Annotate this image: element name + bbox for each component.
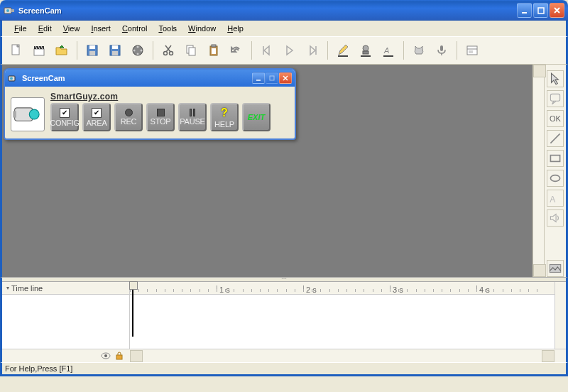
tool-undo[interactable]	[226, 40, 246, 60]
camcorder-icon	[11, 97, 45, 131]
svg-point-63	[104, 354, 107, 357]
screencam-float-window: ScreenCam SmartGuyz.com CONFIG AREA REC	[4, 68, 296, 140]
svg-rect-32	[212, 48, 216, 54]
tool-cat[interactable]	[409, 40, 429, 60]
svg-rect-64	[116, 355, 122, 359]
tool-open[interactable]	[52, 40, 72, 60]
float-title: ScreenCam	[22, 74, 252, 82]
canvas-area[interactable]: ScreenCam SmartGuyz.com CONFIG AREA REC	[2, 65, 532, 277]
float-app-icon	[8, 73, 18, 84]
svg-rect-43	[467, 46, 477, 55]
menu-window[interactable]: Window	[183, 23, 221, 34]
right-toolbox: OK A	[544, 65, 566, 277]
sound-tool[interactable]	[547, 209, 564, 227]
tool-paste[interactable]	[204, 40, 224, 60]
tool-play[interactable]	[280, 40, 300, 60]
tool-prev[interactable]	[257, 40, 277, 60]
tool-film-reel[interactable]	[128, 40, 148, 60]
timeline-hscrollbar[interactable]	[130, 349, 555, 362]
close-button[interactable]	[550, 3, 564, 18]
menu-view[interactable]: View	[58, 23, 85, 34]
tool-clapper[interactable]	[29, 40, 49, 60]
callout-tool[interactable]	[547, 90, 564, 107]
tool-text[interactable]: A	[378, 40, 398, 60]
window-title: ScreenCam	[18, 6, 517, 15]
svg-point-20	[137, 46, 139, 48]
maximize-button[interactable]	[533, 3, 548, 18]
canvas-vscrollbar[interactable]	[532, 65, 544, 277]
svg-rect-41	[440, 45, 443, 51]
svg-point-23	[133, 50, 136, 52]
menu-tools[interactable]: Tools	[153, 23, 182, 34]
help-button[interactable]: ?HELP	[210, 103, 239, 131]
svg-point-36	[363, 45, 368, 51]
svg-rect-18	[112, 51, 118, 55]
tool-save-1[interactable]	[82, 40, 102, 60]
rec-button[interactable]: REC	[114, 103, 143, 131]
line-tool[interactable]	[547, 130, 564, 147]
svg-line-27	[165, 45, 170, 52]
svg-rect-58	[550, 156, 559, 162]
rect-tool[interactable]	[547, 150, 564, 167]
svg-line-26	[166, 45, 171, 52]
brand-label: SmartGuyz.com	[50, 92, 289, 102]
float-maximize-button	[266, 72, 278, 84]
playhead[interactable]	[132, 282, 133, 337]
float-minimize-button[interactable]	[252, 72, 265, 84]
svg-rect-55	[13, 111, 16, 117]
menu-insert[interactable]: Insert	[86, 23, 116, 34]
timeline-ruler: 1 s 2 s 3 s 4 s	[130, 282, 555, 295]
tool-pencil[interactable]	[333, 40, 353, 60]
svg-rect-17	[112, 45, 118, 49]
svg-point-54	[29, 109, 39, 119]
svg-text:A: A	[383, 46, 389, 55]
ok-tool[interactable]: OK	[547, 110, 564, 127]
pause-button[interactable]: PAUSE	[178, 103, 207, 131]
stop-button[interactable]: STOP	[146, 103, 175, 131]
menu-control[interactable]: Control	[117, 23, 152, 34]
menu-help[interactable]: Help	[222, 23, 248, 34]
svg-line-57	[550, 134, 559, 143]
status-text: For Help,Press [F1]	[5, 364, 72, 373]
timeline-vscrollbar[interactable]	[555, 282, 566, 349]
timeline-track-area[interactable]: 1 s 2 s 3 s 4 s	[130, 282, 555, 349]
visibility-icon[interactable]	[101, 351, 111, 361]
window-titlebar: ScreenCam	[0, 0, 568, 21]
menubar: File Edit View Insert Control Tools Wind…	[0, 21, 568, 36]
timeline-panel: Time line 1 s 2 s 3 s 4 s	[0, 277, 568, 362]
ellipse-tool[interactable]	[547, 170, 564, 187]
menu-edit[interactable]: Edit	[33, 23, 57, 34]
svg-point-59	[550, 175, 559, 182]
minimize-button[interactable]	[517, 3, 532, 18]
float-close-button[interactable]	[279, 72, 292, 84]
svg-rect-31	[212, 45, 216, 47]
svg-rect-15	[89, 51, 95, 55]
svg-rect-2	[11, 9, 14, 12]
svg-rect-14	[89, 45, 95, 49]
tool-next[interactable]	[302, 40, 322, 60]
menu-file[interactable]: File	[9, 23, 32, 34]
tool-copy[interactable]	[181, 40, 201, 60]
exit-button[interactable]: EXIT	[242, 103, 271, 131]
tool-stamp[interactable]	[356, 40, 376, 60]
svg-rect-8	[34, 49, 44, 55]
svg-rect-29	[189, 48, 195, 55]
pointer-tool[interactable]	[547, 70, 564, 87]
svg-rect-37	[363, 51, 368, 54]
tool-mic[interactable]	[432, 40, 452, 60]
lock-icon[interactable]	[114, 351, 124, 361]
tool-save-2[interactable]	[105, 40, 125, 60]
tool-new[interactable]	[6, 40, 26, 60]
tool-properties[interactable]	[462, 40, 482, 60]
area-button[interactable]: AREA	[82, 103, 111, 131]
svg-rect-50	[270, 76, 274, 80]
main-toolbar: A	[0, 36, 568, 65]
text-tool[interactable]: A	[547, 190, 564, 207]
image-tool[interactable]	[547, 260, 564, 277]
svg-point-1	[6, 9, 9, 12]
config-button[interactable]: CONFIG	[50, 103, 79, 131]
timeline-label[interactable]: Time line	[2, 282, 129, 295]
svg-point-48	[10, 77, 13, 80]
tool-cut[interactable]	[158, 40, 178, 60]
float-titlebar[interactable]: ScreenCam	[5, 70, 295, 87]
